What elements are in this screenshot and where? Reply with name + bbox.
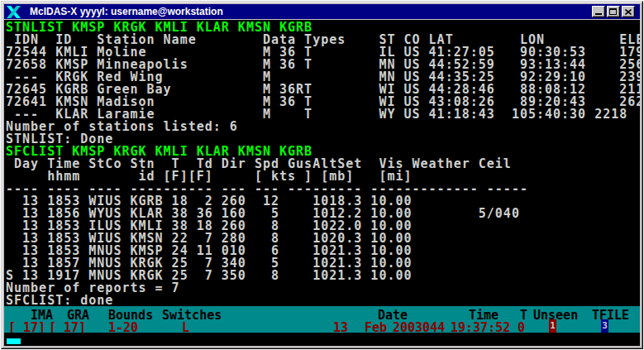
window-controls [590,6,635,17]
minimize-icon [595,13,602,15]
tfile-label: TFILE [592,309,629,322]
status-toolbar: IMA GRA Bounds Switches Date Time T Unse… [4,306,640,333]
minimize-button[interactable] [592,6,605,17]
mcidas-window: McIDAS-X yyyyl: username@workstation STN… [1,1,643,349]
command-line-area[interactable] [4,333,640,346]
maximize-button[interactable] [607,6,620,17]
mcidas-x-logo-icon [7,6,21,18]
title-bar[interactable]: McIDAS-X yyyyl: username@workstation [4,4,640,19]
switches-label: Switches [162,309,222,322]
terminal-content: STNLIST KMSP KRGK KMLI KLAR KMSN KGRB ID… [4,20,640,346]
window-title: McIDAS-X yyyyl: username@workstation [30,6,223,17]
window-frame: McIDAS-X yyyyl: username@workstation STN… [2,2,642,348]
maximize-icon [609,8,617,15]
close-button[interactable] [622,6,635,17]
sfclist-status: SFCLIST: done [6,295,640,307]
text-cursor [7,338,21,344]
unseen-count-badge: 1 [549,319,556,333]
tfile-count-badge: 3 [601,319,608,333]
terminal-text: STNLIST KMSP KRGK KMLI KLAR KMSN KGRB ID… [6,20,640,307]
close-icon [625,9,632,15]
